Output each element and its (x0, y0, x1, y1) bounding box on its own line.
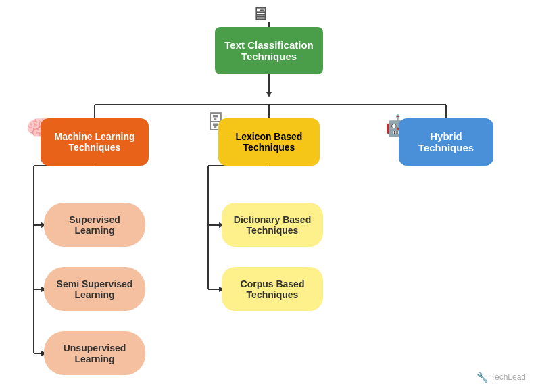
node-corpus-label: Corpus Based Techniques (241, 278, 305, 300)
node-ml-label: Machine Learning Techniques (54, 131, 134, 153)
node-semi-label: Semi Supervised Learning (57, 278, 133, 300)
node-root-label: Text Classification Techniques (224, 39, 313, 62)
diagram: 🖥 Text Classification Techniques 🧠 Machi… (0, 0, 538, 392)
node-unsupervised-label: Unsupervised Learning (64, 343, 126, 364)
node-supervised-label: Supervised Learning (69, 214, 120, 236)
node-corpus: Corpus Based Techniques (222, 267, 323, 311)
node-hybrid-label: Hybrid Techniques (418, 130, 474, 153)
node-ml: Machine Learning Techniques (41, 118, 149, 166)
node-supervised: Supervised Learning (44, 203, 145, 247)
node-root: Text Classification Techniques (215, 27, 323, 74)
node-lexicon: Lexicon Based Techniques (218, 118, 320, 166)
watermark: 🔧 TechLead (476, 372, 526, 383)
node-dictionary: Dictionary Based Techniques (222, 203, 323, 247)
computer-icon: 🖥 (251, 3, 269, 24)
svg-marker-2 (266, 92, 272, 97)
watermark-text: TechLead (491, 372, 526, 382)
watermark-icon: 🔧 (476, 372, 488, 383)
node-semi: Semi Supervised Learning (44, 267, 145, 311)
node-lexicon-label: Lexicon Based Techniques (236, 131, 303, 153)
node-unsupervised: Unsupervised Learning (44, 331, 145, 375)
node-hybrid: Hybrid Techniques (399, 118, 493, 166)
node-dictionary-label: Dictionary Based Techniques (234, 214, 311, 236)
